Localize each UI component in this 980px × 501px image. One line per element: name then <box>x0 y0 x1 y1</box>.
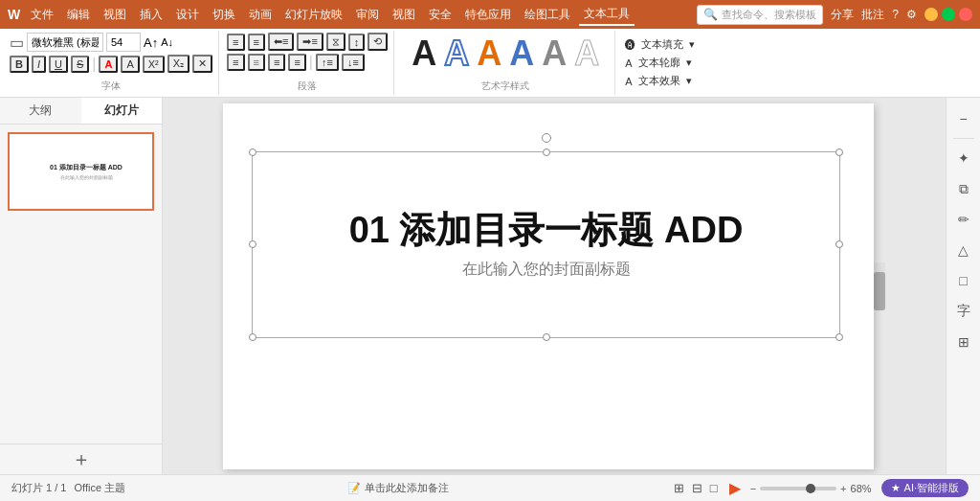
direction-button[interactable]: ⟲ <box>368 33 388 51</box>
menu-file[interactable]: 文件 <box>26 5 58 25</box>
decrease-font-size[interactable]: A↓ <box>161 36 173 48</box>
bold-button[interactable]: B <box>10 56 29 73</box>
clear-format-button[interactable]: ✕ <box>192 55 212 73</box>
underline-button[interactable]: U <box>49 56 68 73</box>
subscript-button[interactable]: X₂ <box>167 55 189 73</box>
ai-button[interactable]: ★ AI·智能排版 <box>881 479 969 497</box>
align-left-button[interactable]: ≡ <box>227 54 244 71</box>
numbering-button[interactable]: ≡ <box>248 34 265 51</box>
grid-button[interactable]: ⊞ <box>950 329 977 355</box>
handle-top-right[interactable] <box>835 148 843 156</box>
rect-button[interactable]: □ <box>950 267 977 294</box>
view-normal[interactable]: ⊞ <box>672 479 686 497</box>
strikethrough-button[interactable]: S <box>71 56 89 73</box>
handle-middle-right[interactable] <box>835 240 843 248</box>
slide-thumbnail-1[interactable]: 1 01 添加目录一标题 ADD 在此输入您的封面副标题 <box>8 132 154 211</box>
art-style-4[interactable]: A <box>509 36 534 71</box>
add-slide-button[interactable]: ＋ <box>0 444 162 474</box>
comment-button[interactable]: 批注 <box>861 7 884 23</box>
menu-text-tools[interactable]: 文本工具 <box>579 4 635 26</box>
frame-icon: ▭ <box>10 34 24 52</box>
zoom-in-button[interactable]: + <box>840 483 846 494</box>
zoom-thumb[interactable] <box>806 484 815 493</box>
menu-view2[interactable]: 视图 <box>388 5 420 25</box>
text-color-button[interactable]: A <box>99 56 118 73</box>
font-size-input[interactable] <box>106 33 141 52</box>
art-style-1[interactable]: A <box>412 36 436 71</box>
menu-draw-tools[interactable]: 绘图工具 <box>520 5 575 25</box>
view-reading[interactable]: □ <box>708 479 720 497</box>
menu-transition[interactable]: 切换 <box>208 5 240 25</box>
line-spacing-button[interactable]: ↕ <box>348 34 366 51</box>
minimize-button[interactable] <box>924 8 938 21</box>
menu-view[interactable]: 视图 <box>99 5 131 25</box>
settings-icon[interactable]: ⚙ <box>906 8 917 21</box>
menu-edit[interactable]: 编辑 <box>62 5 95 25</box>
rotate-handle[interactable] <box>542 133 551 143</box>
art-style-6[interactable]: A <box>574 36 599 71</box>
text-effect-row[interactable]: A 文本效果 ▾ <box>625 74 695 88</box>
char-button[interactable]: 字 <box>950 298 977 325</box>
maximize-button[interactable] <box>942 8 955 21</box>
inc-spacing-button[interactable]: ↑≡ <box>316 54 339 71</box>
align-center-button[interactable]: ≡ <box>248 54 265 71</box>
handle-bottom-left[interactable] <box>249 333 256 341</box>
editor-area[interactable]: 01 添加目录一标题 ADD 在此输入您的封面副标题 <box>163 98 946 474</box>
close-button[interactable] <box>959 8 972 21</box>
text-outline-row[interactable]: A 文本轮廓 ▾ <box>625 56 695 70</box>
text-fill-dropdown[interactable]: ▾ <box>689 38 695 51</box>
dec-spacing-button[interactable]: ↓≡ <box>342 54 365 71</box>
editor-scroll-thumb[interactable] <box>874 272 885 310</box>
handle-middle-left[interactable] <box>249 240 256 248</box>
increase-indent-button[interactable]: ➡≡ <box>297 33 323 51</box>
menu-security[interactable]: 安全 <box>424 5 457 25</box>
art-style-3[interactable]: A <box>477 36 501 71</box>
handle-bottom-middle[interactable] <box>543 333 550 341</box>
menu-design[interactable]: 设计 <box>171 5 204 25</box>
menu-slideshow[interactable]: 幻灯片放映 <box>280 5 347 25</box>
font-name-input[interactable] <box>27 33 103 52</box>
handle-top-middle[interactable] <box>543 148 550 156</box>
menu-animation[interactable]: 动画 <box>244 5 277 25</box>
handle-bottom-right[interactable] <box>835 333 843 341</box>
text-fill-row[interactable]: 🅐 文本填充 ▾ <box>625 37 695 52</box>
editor-scrollbar[interactable] <box>874 262 885 310</box>
text-effect-dropdown[interactable]: ▾ <box>686 75 692 87</box>
art-style-2[interactable]: A <box>444 36 469 71</box>
menu-insert[interactable]: 插入 <box>135 5 167 25</box>
help-button[interactable]: ? <box>892 8 899 21</box>
tab-slides[interactable]: 幻灯片 <box>81 98 163 124</box>
justify-button[interactable]: ≡ <box>288 54 305 71</box>
play-button[interactable]: ▶ <box>729 479 741 497</box>
title-bar-right: 🔍 查找命令、搜索模板 分享 批注 ? ⚙ <box>697 5 972 25</box>
art-style-5[interactable]: A <box>542 36 567 71</box>
text-outline-dropdown[interactable]: ▾ <box>686 57 692 69</box>
menu-review[interactable]: 审阅 <box>351 5 384 25</box>
collapse-button[interactable]: − <box>950 105 977 132</box>
handle-top-left[interactable] <box>249 148 256 156</box>
italic-button[interactable]: I <box>32 56 46 73</box>
view-slide-sorter[interactable]: ⊟ <box>690 479 704 497</box>
columns-button[interactable]: ⧖ <box>326 33 345 51</box>
align-right-button[interactable]: ≡ <box>268 54 285 71</box>
shape-button[interactable]: △ <box>950 237 977 263</box>
slide-main-title[interactable]: 01 添加目录一标题 ADD <box>349 209 744 253</box>
superscript-button[interactable]: X² <box>143 56 165 73</box>
clipboard-button[interactable]: ⧉ <box>950 175 977 202</box>
menu-special[interactable]: 特色应用 <box>460 5 516 25</box>
search-bar[interactable]: 🔍 查找命令、搜索模板 <box>697 5 823 25</box>
bullets-button[interactable]: ≡ <box>227 34 244 51</box>
share-button[interactable]: 分享 <box>831 7 854 23</box>
highlight-button[interactable]: A <box>121 56 139 73</box>
slide-subtitle[interactable]: 在此输入您的封面副标题 <box>462 260 631 280</box>
tab-outline[interactable]: 大纲 <box>0 98 81 124</box>
zoom-out-button[interactable]: − <box>750 483 756 494</box>
pencil-button[interactable]: ✏ <box>950 206 977 233</box>
note-area[interactable]: 📝 单击此处添加备注 <box>347 481 449 495</box>
decrease-indent-button[interactable]: ⬅≡ <box>268 33 294 51</box>
main-text-box[interactable]: 01 添加目录一标题 ADD 在此输入您的封面副标题 <box>252 151 840 338</box>
note-placeholder[interactable]: 单击此处添加备注 <box>365 481 449 495</box>
zoom-track[interactable] <box>760 487 836 490</box>
increase-font-size[interactable]: A↑ <box>144 35 158 50</box>
magic-tool-button[interactable]: ✦ <box>950 145 977 171</box>
